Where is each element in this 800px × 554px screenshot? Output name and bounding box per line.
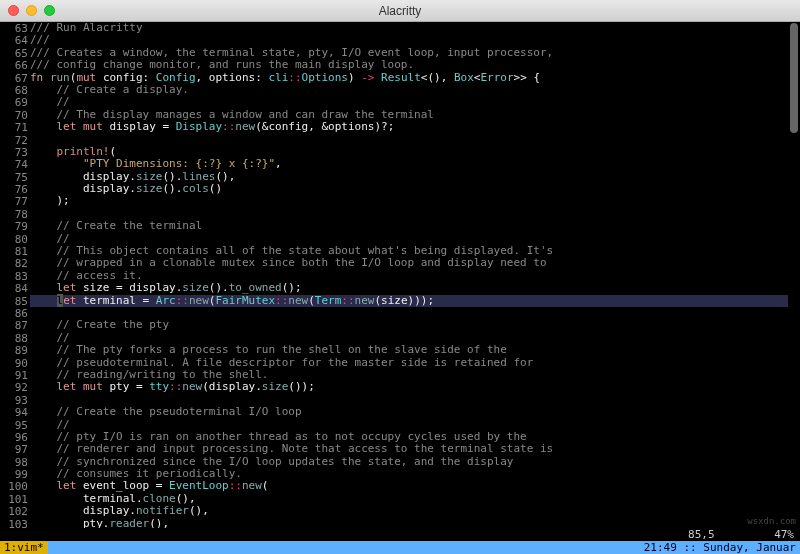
window-titlebar: Alacritty [0, 0, 800, 22]
line-number: 66 [0, 60, 28, 72]
code-line[interactable]: let mut pty = tty::new(display.size()); [30, 381, 788, 393]
line-number: 84 [0, 283, 28, 295]
code-line[interactable]: // Create a display. [30, 84, 788, 96]
vim-ruler: 85,5 47% [0, 528, 800, 541]
line-number: 94 [0, 407, 28, 419]
code-line[interactable] [30, 134, 788, 146]
code-area[interactable]: /// Run Alacritty////// Creates a window… [30, 22, 788, 528]
code-line[interactable]: // Create the pty [30, 319, 788, 331]
line-number: 82 [0, 258, 28, 270]
tmux-status-bar: 1:vim* 21:49 :: Sunday, Januar [0, 541, 800, 554]
line-number: 89 [0, 345, 28, 357]
line-number: 79 [0, 221, 28, 233]
line-number-gutter: 6364656667686970717273747576777879808182… [0, 22, 28, 531]
code-line[interactable]: /// Run Alacritty [30, 22, 788, 34]
window-title: Alacritty [0, 4, 800, 18]
watermark: wsxdn.com [747, 516, 796, 526]
line-number: 97 [0, 444, 28, 456]
code-line[interactable]: let mut display = Display::new(&config, … [30, 121, 788, 133]
code-line[interactable]: display.size().cols() [30, 183, 788, 195]
traffic-lights [8, 5, 55, 16]
code-line[interactable]: // Create the pseudoterminal I/O loop [30, 406, 788, 418]
line-number: 64 [0, 35, 28, 47]
minimize-icon[interactable] [26, 5, 37, 16]
line-number: 71 [0, 122, 28, 134]
code-line[interactable]: // Create the terminal [30, 220, 788, 232]
tmux-window-tab[interactable]: 1:vim* [0, 541, 48, 554]
code-line[interactable]: // wrapped in a clonable mutex since bot… [30, 257, 788, 269]
tmux-clock: 21:49 :: Sunday, Januar [644, 541, 800, 554]
scrollbar-thumb[interactable] [790, 23, 798, 133]
terminal-viewport[interactable]: 6364656667686970717273747576777879808182… [0, 22, 800, 554]
line-number: 102 [0, 506, 28, 518]
code-line[interactable]: pty.reader(), [30, 518, 788, 528]
code-line[interactable]: let terminal = Arc::new(FairMutex::new(T… [30, 295, 788, 307]
line-number: 74 [0, 159, 28, 171]
line-number: 69 [0, 97, 28, 109]
close-icon[interactable] [8, 5, 19, 16]
zoom-icon[interactable] [44, 5, 55, 16]
line-number: 87 [0, 320, 28, 332]
code-line[interactable]: ); [30, 195, 788, 207]
line-number: 77 [0, 196, 28, 208]
line-number: 92 [0, 382, 28, 394]
line-number: 100 [0, 481, 28, 493]
